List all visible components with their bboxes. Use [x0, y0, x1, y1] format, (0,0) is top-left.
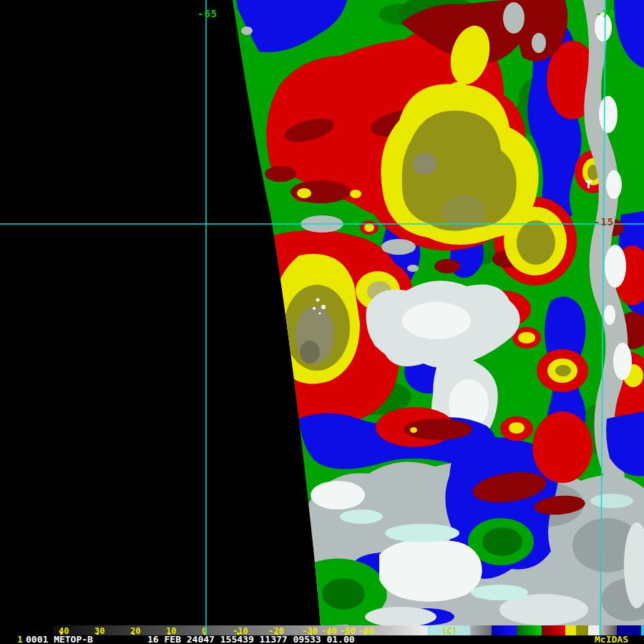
- latitude-label-15: -15: [594, 218, 614, 226]
- colorbar-tick-mark: [97, 633, 99, 635]
- colorbar-tick-label: -60: [358, 626, 374, 636]
- colorbar-segment: [565, 625, 576, 635]
- colorbar-segment: [641, 625, 644, 635]
- colorbar-segment: [386, 625, 427, 635]
- colorbar-segment: [542, 625, 565, 635]
- dataset-label: 0001 METOP-B: [26, 635, 93, 644]
- longitude-label-65: -65: [197, 9, 218, 18]
- mcidas-brand-label: McIDAS: [595, 635, 628, 644]
- colorbar-segment: [470, 625, 492, 635]
- frame-number: 1: [17, 635, 23, 644]
- image-timestamp: 16 FEB 24047 155439 11377 09533 01.00: [147, 635, 355, 644]
- colorbar-segment: [517, 625, 542, 635]
- colorbar-segment: [576, 625, 588, 635]
- colorbar-tick-mark: [132, 633, 135, 635]
- mcidas-display-window: -65-70-15 403020100-10-20-30-40-50-60(C)…: [0, 0, 644, 644]
- satellite-swath-image[interactable]: [0, 0, 644, 644]
- status-bar: 1 0001 METOP-B 16 FEB 24047 155439 11377…: [0, 635, 644, 644]
- colorbar-tick-mark: [364, 633, 366, 635]
- longitude-label-70: -70: [595, 9, 615, 18]
- colorbar-unit-label: (C): [441, 626, 457, 636]
- colorbar-segment: [492, 625, 517, 635]
